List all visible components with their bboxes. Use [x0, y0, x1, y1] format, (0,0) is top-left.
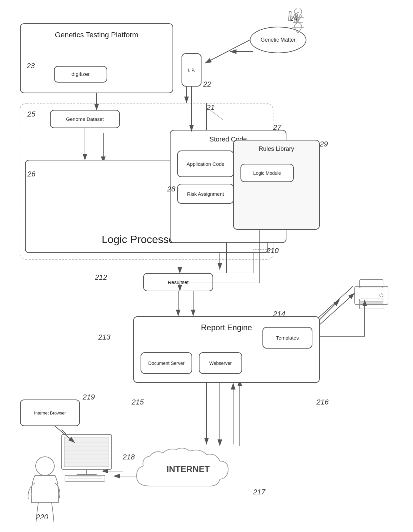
svg-line-47	[205, 40, 250, 63]
svg-line-60	[320, 293, 355, 325]
svg-line-59	[55, 426, 75, 443]
arrows-overlay	[0, 0, 413, 532]
